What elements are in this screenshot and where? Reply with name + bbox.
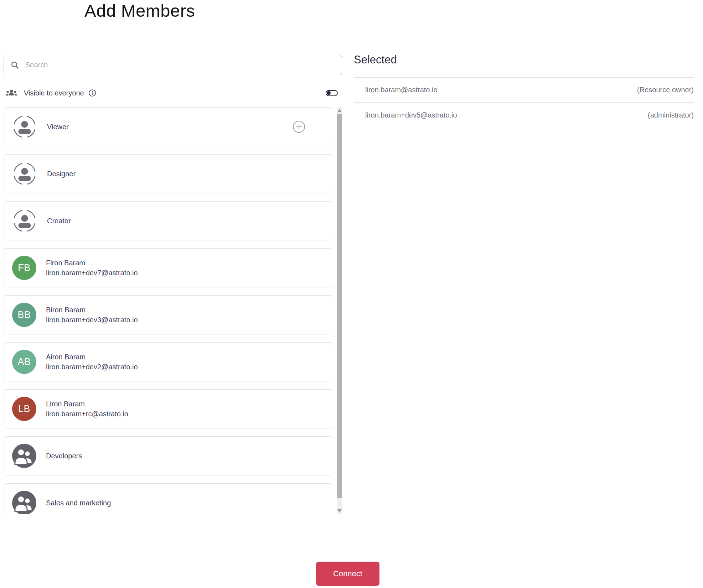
avatar: AB (12, 350, 36, 374)
search-box (4, 55, 342, 75)
list-item-role-designer[interactable]: Designer (4, 154, 333, 193)
search-icon (10, 61, 20, 70)
avatar: LB (12, 397, 36, 421)
connect-button[interactable]: Connect (316, 562, 379, 586)
selected-heading: Selected (354, 53, 694, 66)
selected-member-row: liron.baram@astrato.io (Resource owner) (354, 78, 694, 103)
selected-member-row: liron.baram+dev5@astrato.io (administrat… (354, 103, 694, 128)
avatar: FB (12, 256, 36, 280)
groups-icon (5, 87, 17, 99)
add-members-dialog: Add Members Visible to everyone (0, 0, 703, 588)
scroll-up-icon[interactable] (337, 109, 342, 112)
info-icon[interactable] (88, 89, 96, 97)
role-icon (13, 209, 36, 233)
selected-member-role: (administrator) (648, 111, 694, 119)
member-list: Viewer Designer (4, 107, 342, 514)
user-name: Biron Baram (46, 306, 138, 314)
toggle-knob (327, 91, 331, 95)
visibility-row: Visible to everyone (4, 87, 342, 99)
role-label: Creator (47, 217, 71, 225)
role-icon (13, 162, 36, 186)
directory-panel: Visible to everyone Viewer (4, 55, 342, 514)
list-item-group[interactable]: Developers (4, 436, 333, 475)
user-name: Liron Baram (46, 400, 128, 408)
list-item-user[interactable]: AB Airon Baram liron.baram+dev2@astrato.… (4, 342, 333, 381)
user-email: liron.baram+dev3@astrato.io (46, 316, 138, 324)
role-label: Viewer (47, 123, 69, 131)
group-avatar-icon (12, 444, 36, 468)
user-email: liron.baram+dev7@astrato.io (46, 269, 138, 277)
list-item-user[interactable]: BB Biron Baram liron.baram+dev3@astrato.… (4, 295, 333, 334)
user-email: liron.baram+dev2@astrato.io (46, 363, 138, 371)
scrollbar[interactable] (336, 107, 342, 514)
scrollbar-thumb[interactable] (337, 114, 342, 498)
avatar: BB (12, 303, 36, 327)
visibility-toggle[interactable] (326, 90, 338, 96)
selected-member-email: liron.baram@astrato.io (365, 86, 438, 94)
visibility-label: Visible to everyone (24, 89, 84, 97)
selected-member-email: liron.baram+dev5@astrato.io (365, 111, 457, 119)
user-email: liron.baram+rc@astrato.io (46, 410, 128, 418)
search-input[interactable] (25, 61, 335, 69)
role-icon (13, 115, 36, 139)
list-item-user[interactable]: FB Firon Baram liron.baram+dev7@astrato.… (4, 248, 333, 287)
group-avatar-icon (12, 491, 36, 514)
list-item-role-creator[interactable]: Creator (4, 201, 333, 240)
list-item-user[interactable]: LB Liron Baram liron.baram+rc@astrato.io (4, 389, 333, 428)
selected-member-role: (Resource owner) (637, 86, 694, 94)
add-member-button[interactable] (293, 120, 305, 133)
list-item-role-viewer[interactable]: Viewer (4, 107, 333, 146)
user-name: Firon Baram (46, 259, 138, 267)
group-label: Developers (46, 452, 82, 460)
page-title: Add Members (84, 1, 195, 21)
scroll-down-icon[interactable] (337, 509, 342, 512)
group-label: Sales and marketing (46, 499, 111, 507)
role-label: Designer (47, 170, 76, 178)
list-item-group[interactable]: Sales and marketing (4, 483, 333, 514)
selected-panel: Selected liron.baram@astrato.io (Resourc… (354, 53, 694, 128)
user-name: Airon Baram (46, 353, 138, 361)
selected-list: liron.baram@astrato.io (Resource owner) … (354, 77, 694, 128)
